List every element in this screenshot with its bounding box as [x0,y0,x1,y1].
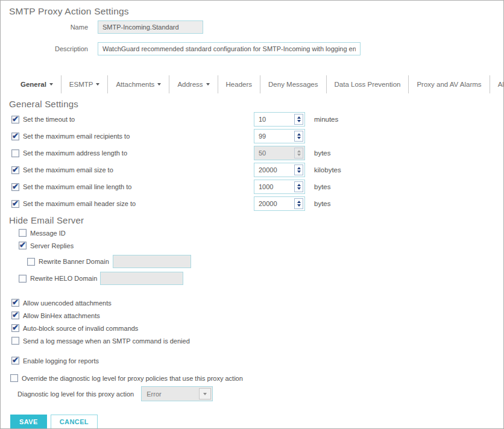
server-replies-row: Server Replies [19,240,503,251]
diag-level-label: Diagnostic log level for this proxy acti… [17,390,134,398]
auto-block-row: Auto-block source of invalid commands [11,323,503,333]
send-log-message-checkbox[interactable] [11,337,19,345]
cancel-button[interactable]: CANCEL [51,415,98,429]
spinner[interactable] [294,198,303,209]
enable-logging-row: Enable logging for reports [11,355,503,366]
smtp-proxy-action-settings-page: SMTP Proxy Action Settings Name Descript… [0,0,504,429]
tab-address[interactable]: Address [169,75,218,93]
spinner-down-icon [297,154,301,156]
general-settings-heading: General Settings [9,99,503,109]
timeout-unit: minutes [314,112,338,127]
rewrite-helo-input [100,272,183,285]
max-address-length-checkbox[interactable] [11,149,19,157]
max-email-size-checkbox[interactable] [11,166,19,174]
allow-uuencoded-checkbox[interactable] [11,299,19,307]
max-address-length-label: Set the maximum address length to [23,149,127,157]
message-id-row: Message ID [19,228,503,238]
max-recipients-input-group [254,129,305,143]
max-line-length-input[interactable] [254,180,294,193]
tab-general[interactable]: General [13,75,61,93]
spinner-down-icon[interactable] [297,137,301,139]
max-line-length-checkbox[interactable] [11,183,19,191]
description-label: Description [1,45,88,52]
diag-level-value: Error [142,387,198,401]
rewrite-helo-label: Rewrite HELO Domain [30,275,97,282]
max-email-size-unit: kilobytes [314,163,341,177]
spinner[interactable] [294,131,303,142]
override-diag-row: Override the diagnostic log level for pr… [10,373,503,383]
spinner-up-icon [297,150,301,152]
spinner[interactable] [294,164,303,175]
name-input [98,20,203,34]
max-recipients-checkbox[interactable] [11,133,19,140]
rewrite-helo-row: Rewrite HELO Domain [19,271,503,286]
allow-binhex-checkbox[interactable] [11,312,19,319]
max-recipients-row: Set the maximum email recipients to [11,129,503,143]
override-diag-checkbox[interactable] [10,374,18,382]
max-header-size-input[interactable] [254,197,294,210]
tab-headers[interactable]: Headers [218,75,260,93]
max-address-length-unit: bytes [314,146,331,160]
message-id-checkbox[interactable] [19,229,27,237]
enable-logging-checkbox[interactable] [11,357,19,365]
server-replies-label: Server Replies [30,242,74,249]
spinner-up-icon[interactable] [297,184,301,186]
description-input[interactable] [98,42,361,55]
max-recipients-label: Set the maximum email recipients to [23,133,130,140]
rewrite-helo-checkbox[interactable] [19,275,27,283]
rewrite-banner-checkbox[interactable] [27,258,35,266]
name-row: Name [1,20,503,34]
send-log-message-row: Send a log message when an SMTP command … [11,336,503,346]
allow-binhex-row: Allow BinHex attachments [11,310,503,321]
spinner-down-icon[interactable] [297,120,301,122]
save-button[interactable]: SAVE [10,415,47,429]
tab-data-loss-prevention[interactable]: Data Loss Prevention [327,75,409,93]
timeout-input[interactable] [254,113,294,126]
timeout-row: Set the timeout to minutes [11,112,503,127]
rewrite-banner-input [113,255,191,268]
max-header-size-checkbox[interactable] [11,200,19,208]
spinner[interactable] [294,181,303,192]
max-email-size-input[interactable] [254,163,294,177]
max-email-size-label: Set the maximum email size to [23,166,113,174]
max-address-length-row: Set the maximum address length to bytes [11,146,503,160]
max-address-length-input [254,146,294,160]
max-line-length-input-group [254,180,305,194]
settings-tabbar: General ESMTP Attachments Address Header… [13,75,503,93]
diagnostic-log-level-select: Error [141,386,213,401]
chevron-down-icon [199,388,211,399]
auto-block-label: Auto-block source of invalid commands [23,325,138,332]
server-replies-checkbox[interactable] [19,242,27,249]
send-log-message-label: Send a log message when an SMTP command … [23,337,190,345]
tab-esmtp[interactable]: ESMTP [61,75,109,93]
diag-level-row: Diagnostic log level for this proxy acti… [17,386,503,401]
tab-proxy-and-av-alarms[interactable]: Proxy and AV Alarms [409,75,490,93]
max-recipients-input[interactable] [254,130,294,143]
tab-apt-blocker[interactable]: APT Blocker [490,75,504,93]
action-buttons: SAVE CANCEL [10,415,503,429]
spinner-up-icon[interactable] [297,116,301,119]
tab-attachments[interactable]: Attachments [108,75,169,93]
enable-logging-label: Enable logging for reports [23,357,99,365]
chevron-down-icon [157,83,161,86]
chevron-down-icon [206,83,210,86]
spinner-up-icon[interactable] [297,201,301,203]
message-id-label: Message ID [30,230,66,237]
allow-uuencoded-row: Allow uuencoded attachments [11,298,503,308]
override-diag-label: Override the diagnostic log level for pr… [22,375,243,382]
auto-block-checkbox[interactable] [11,324,19,332]
allow-binhex-label: Allow BinHex attachments [23,312,100,319]
allow-uuencoded-label: Allow uuencoded attachments [23,299,112,307]
rewrite-banner-row: Rewrite Banner Domain [27,254,503,269]
spinner[interactable] [294,114,303,125]
timeout-checkbox[interactable] [11,116,19,124]
max-header-size-label: Set the maximum email header size to [23,200,136,207]
spinner-up-icon[interactable] [297,133,301,136]
tab-deny-messages[interactable]: Deny Messages [260,75,326,93]
spinner-up-icon[interactable] [297,167,301,169]
description-row: Description [1,42,503,55]
timeout-label: Set the timeout to [23,116,75,123]
spinner-down-icon[interactable] [297,187,301,190]
spinner-down-icon[interactable] [297,204,301,207]
spinner-down-icon[interactable] [297,171,301,173]
